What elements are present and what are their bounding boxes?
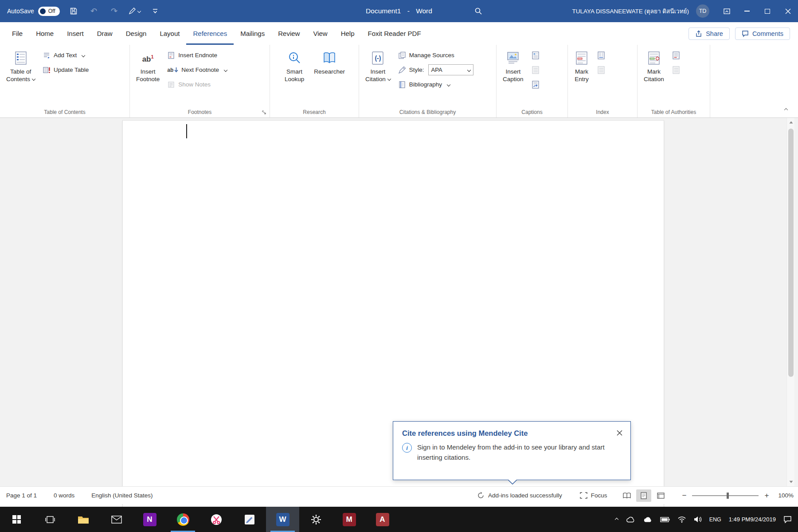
undo-button[interactable]: ↶: [87, 3, 101, 19]
smart-lookup-button[interactable]: Smart Lookup: [282, 47, 307, 83]
close-icon: [785, 8, 791, 14]
scrollbar-thumb[interactable]: [788, 129, 794, 377]
focus-button[interactable]: Focus: [580, 492, 607, 499]
addins-status: Add-ins loaded successfully: [477, 492, 562, 499]
tab-layout[interactable]: Layout: [153, 22, 186, 45]
clock[interactable]: 1:49 PM 9/24/2019: [729, 516, 776, 523]
scroll-up-icon: [789, 121, 793, 124]
tab-insert[interactable]: Insert: [60, 22, 90, 45]
ribbon-display-options-button[interactable]: [716, 0, 737, 22]
tab-file[interactable]: File: [5, 22, 29, 45]
mail-button[interactable]: [100, 507, 133, 532]
tab-review[interactable]: Review: [271, 22, 306, 45]
insert-table-of-figures-button[interactable]: [528, 48, 543, 63]
save-button[interactable]: [67, 3, 80, 19]
add-text-button[interactable]: Add Text: [39, 48, 92, 63]
avatar[interactable]: TD: [696, 4, 709, 18]
volume-button[interactable]: [694, 516, 702, 523]
vertical-scrollbar[interactable]: [786, 118, 794, 486]
insert-endnote-button[interactable]: Insert Endnote: [164, 48, 230, 63]
zoom-out-button[interactable]: −: [681, 491, 688, 500]
tab-home[interactable]: Home: [29, 22, 60, 45]
insert-caption-button[interactable]: Insert Caption: [500, 47, 526, 83]
input-language-button[interactable]: ENG: [709, 516, 721, 523]
language-indicator[interactable]: English (United States): [91, 492, 153, 499]
mark-entry-button[interactable]: Mark Entry: [571, 47, 592, 83]
autosave-pill[interactable]: Off: [38, 7, 60, 16]
tab-design[interactable]: Design: [119, 22, 153, 45]
tab-view[interactable]: View: [306, 22, 334, 45]
onenote-button[interactable]: N: [133, 507, 166, 532]
zoom-in-button[interactable]: +: [763, 491, 770, 500]
autosave-toggle[interactable]: AutoSave Off: [7, 7, 60, 16]
update-table-button[interactable]: Update Table: [39, 63, 92, 77]
mendeley-button[interactable]: M: [332, 507, 366, 532]
tab-foxit-reader-pdf[interactable]: Foxit Reader PDF: [361, 22, 428, 45]
researcher-button[interactable]: Researcher: [311, 47, 348, 83]
search-button[interactable]: [469, 0, 488, 22]
zoom-slider-thumb[interactable]: [727, 493, 729, 499]
task-view-icon: [45, 515, 55, 524]
table-of-contents-button[interactable]: Table of Contents: [4, 47, 38, 83]
screen-capture-button[interactable]: [200, 507, 233, 532]
group-label-footnotes: Footnotes: [130, 109, 270, 115]
word-count[interactable]: 0 words: [54, 492, 74, 499]
file-explorer-button[interactable]: [66, 507, 100, 532]
tab-help[interactable]: Help: [334, 22, 361, 45]
table-of-contents-icon: [13, 51, 28, 66]
insert-index-button[interactable]: [594, 48, 609, 63]
show-notes-button[interactable]: Show Notes: [164, 77, 230, 92]
read-mode-button[interactable]: [619, 489, 634, 502]
scroll-down-button[interactable]: [787, 477, 795, 486]
start-button[interactable]: [0, 507, 33, 532]
print-layout-button[interactable]: [636, 489, 651, 502]
tab-references[interactable]: References: [186, 22, 234, 45]
share-button[interactable]: Share: [688, 27, 730, 40]
bibliography-button[interactable]: Bibliography: [395, 77, 477, 92]
pen-input-button[interactable]: [128, 3, 141, 19]
mendeley-cite-callout: Cite references using Mendeley Cite i Si…: [393, 421, 631, 480]
tab-draw[interactable]: Draw: [90, 22, 119, 45]
settings-button[interactable]: [299, 507, 332, 532]
web-layout-button[interactable]: [653, 489, 668, 502]
insert-footnote-button[interactable]: ab1 Insert Footnote: [133, 47, 162, 83]
notes-app-button[interactable]: [233, 507, 266, 532]
update-table-of-figures-button[interactable]: [528, 63, 543, 77]
cross-reference-button[interactable]: [528, 77, 543, 92]
insert-citation-button[interactable]: (-) Insert Citation: [363, 47, 393, 83]
show-hidden-icons-button[interactable]: [615, 518, 618, 521]
cloud-sync-button[interactable]: [643, 516, 653, 523]
account-name[interactable]: TULAYA DISSANEEWATE (ตุลยา ดิสนีเวทย์): [572, 6, 689, 16]
update-table-of-authorities-button[interactable]: [669, 63, 684, 77]
battery-icon: [660, 517, 670, 522]
network-button[interactable]: [677, 516, 686, 523]
manage-sources-button[interactable]: Manage Sources: [395, 48, 477, 63]
task-view-button[interactable]: [33, 507, 66, 532]
mark-citation-button[interactable]: Mark Citation: [641, 47, 667, 83]
update-index-button[interactable]: [594, 63, 609, 77]
scroll-up-button[interactable]: [787, 118, 795, 127]
word-button[interactable]: W: [266, 507, 299, 532]
style-dropdown[interactable]: APA: [428, 64, 473, 75]
close-button[interactable]: [778, 0, 798, 22]
customize-quick-access-button[interactable]: [149, 3, 162, 19]
wifi-icon: [677, 516, 686, 523]
collapse-ribbon-button[interactable]: [781, 106, 791, 114]
insert-table-of-authorities-button[interactable]: [669, 48, 684, 63]
comments-button[interactable]: Comments: [735, 27, 790, 40]
access-button[interactable]: A: [366, 507, 399, 532]
zoom-level[interactable]: 100%: [778, 492, 794, 499]
maximize-button[interactable]: [757, 0, 778, 22]
battery-button[interactable]: [660, 517, 670, 522]
onedrive-button[interactable]: [626, 516, 635, 523]
next-footnote-button[interactable]: ab Next Footnote: [164, 63, 230, 77]
minimize-button[interactable]: [737, 0, 757, 22]
chrome-button[interactable]: [166, 507, 200, 532]
redo-button[interactable]: ↷: [108, 3, 121, 19]
tab-mailings[interactable]: Mailings: [234, 22, 271, 45]
zoom-slider[interactable]: [692, 495, 759, 496]
page-indicator[interactable]: Page 1 of 1: [6, 492, 37, 499]
callout-close-button[interactable]: [614, 428, 624, 438]
action-center-button[interactable]: [783, 516, 792, 523]
status-bar: Page 1 of 1 0 words English (United Stat…: [0, 486, 798, 504]
